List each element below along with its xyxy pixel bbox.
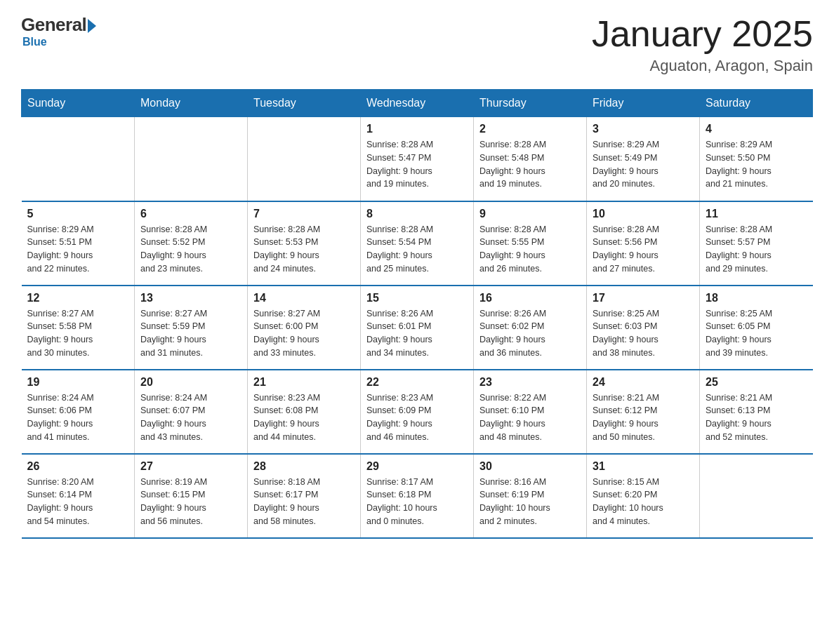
day-number: 28 — [253, 460, 355, 473]
calendar-cell: 22Sunrise: 8:23 AMSunset: 6:09 PMDayligh… — [361, 370, 474, 454]
calendar-cell: 31Sunrise: 8:15 AMSunset: 6:20 PMDayligh… — [587, 454, 700, 538]
calendar-cell: 12Sunrise: 8:27 AMSunset: 5:58 PMDayligh… — [22, 286, 135, 370]
calendar-table: SundayMondayTuesdayWednesdayThursdayFrid… — [21, 89, 813, 539]
day-info: Sunrise: 8:16 AMSunset: 6:19 PMDaylight:… — [479, 476, 581, 528]
week-row-5: 26Sunrise: 8:20 AMSunset: 6:14 PMDayligh… — [22, 454, 813, 538]
day-number: 27 — [140, 460, 241, 473]
calendar-cell — [22, 117, 135, 201]
logo-blue-text: Blue — [22, 36, 47, 48]
calendar-cell: 25Sunrise: 8:21 AMSunset: 6:13 PMDayligh… — [700, 370, 813, 454]
week-row-1: 1Sunrise: 8:28 AMSunset: 5:47 PMDaylight… — [22, 117, 813, 201]
title-section: January 2025 Aguaton, Aragon, Spain — [592, 14, 813, 75]
day-info: Sunrise: 8:18 AMSunset: 6:17 PMDaylight:… — [253, 476, 355, 528]
page-header: General Blue January 2025 Aguaton, Arago… — [21, 14, 813, 75]
day-number: 18 — [706, 292, 807, 304]
day-number: 13 — [140, 292, 241, 304]
calendar-cell: 14Sunrise: 8:27 AMSunset: 6:00 PMDayligh… — [248, 286, 361, 370]
day-info: Sunrise: 8:25 AMSunset: 6:03 PMDaylight:… — [593, 307, 694, 360]
day-info: Sunrise: 8:22 AMSunset: 6:10 PMDaylight:… — [479, 391, 581, 444]
logo: General Blue — [21, 14, 96, 48]
calendar-subtitle: Aguaton, Aragon, Spain — [592, 57, 813, 75]
calendar-cell: 6Sunrise: 8:28 AMSunset: 5:52 PMDaylight… — [135, 201, 248, 286]
calendar-title: January 2025 — [592, 14, 813, 54]
day-number: 4 — [706, 123, 807, 135]
day-info: Sunrise: 8:19 AMSunset: 6:15 PMDaylight:… — [140, 476, 241, 528]
day-info: Sunrise: 8:21 AMSunset: 6:13 PMDaylight:… — [706, 391, 807, 444]
day-info: Sunrise: 8:27 AMSunset: 5:59 PMDaylight:… — [140, 307, 241, 360]
calendar-cell — [135, 117, 248, 201]
day-number: 24 — [593, 376, 694, 389]
header-saturday: Saturday — [700, 90, 813, 117]
day-number: 14 — [253, 292, 355, 304]
day-number: 25 — [706, 376, 807, 389]
day-number: 3 — [593, 123, 694, 135]
day-info: Sunrise: 8:27 AMSunset: 5:58 PMDaylight:… — [27, 307, 129, 360]
calendar-cell — [248, 117, 361, 201]
header-friday: Friday — [587, 90, 700, 117]
header-row: SundayMondayTuesdayWednesdayThursdayFrid… — [22, 90, 813, 117]
calendar-cell: 5Sunrise: 8:29 AMSunset: 5:51 PMDaylight… — [22, 201, 135, 286]
day-info: Sunrise: 8:24 AMSunset: 6:06 PMDaylight:… — [27, 391, 129, 444]
calendar-cell: 4Sunrise: 8:29 AMSunset: 5:50 PMDaylight… — [700, 117, 813, 201]
day-number: 31 — [593, 460, 694, 473]
calendar-cell — [700, 454, 813, 538]
day-info: Sunrise: 8:29 AMSunset: 5:50 PMDaylight:… — [706, 138, 807, 191]
day-info: Sunrise: 8:28 AMSunset: 5:57 PMDaylight:… — [706, 223, 807, 276]
day-info: Sunrise: 8:25 AMSunset: 6:05 PMDaylight:… — [706, 307, 807, 360]
week-row-3: 12Sunrise: 8:27 AMSunset: 5:58 PMDayligh… — [22, 286, 813, 370]
calendar-cell: 24Sunrise: 8:21 AMSunset: 6:12 PMDayligh… — [587, 370, 700, 454]
day-info: Sunrise: 8:29 AMSunset: 5:49 PMDaylight:… — [593, 138, 694, 191]
calendar-cell: 30Sunrise: 8:16 AMSunset: 6:19 PMDayligh… — [474, 454, 587, 538]
header-monday: Monday — [135, 90, 248, 117]
calendar-cell: 2Sunrise: 8:28 AMSunset: 5:48 PMDaylight… — [474, 117, 587, 201]
day-info: Sunrise: 8:28 AMSunset: 5:55 PMDaylight:… — [479, 223, 581, 276]
week-row-4: 19Sunrise: 8:24 AMSunset: 6:06 PMDayligh… — [22, 370, 813, 454]
day-number: 6 — [140, 208, 241, 220]
day-info: Sunrise: 8:24 AMSunset: 6:07 PMDaylight:… — [140, 391, 241, 444]
day-number: 8 — [366, 208, 468, 220]
day-info: Sunrise: 8:15 AMSunset: 6:20 PMDaylight:… — [593, 476, 694, 528]
header-thursday: Thursday — [474, 90, 587, 117]
day-info: Sunrise: 8:27 AMSunset: 6:00 PMDaylight:… — [253, 307, 355, 360]
calendar-cell: 8Sunrise: 8:28 AMSunset: 5:54 PMDaylight… — [361, 201, 474, 286]
day-info: Sunrise: 8:26 AMSunset: 6:02 PMDaylight:… — [479, 307, 581, 360]
day-info: Sunrise: 8:23 AMSunset: 6:09 PMDaylight:… — [366, 391, 468, 444]
day-info: Sunrise: 8:20 AMSunset: 6:14 PMDaylight:… — [27, 476, 129, 528]
day-number: 21 — [253, 376, 355, 389]
day-number: 29 — [366, 460, 468, 473]
calendar-cell: 27Sunrise: 8:19 AMSunset: 6:15 PMDayligh… — [135, 454, 248, 538]
calendar-cell: 7Sunrise: 8:28 AMSunset: 5:53 PMDaylight… — [248, 201, 361, 286]
header-sunday: Sunday — [22, 90, 135, 117]
day-number: 30 — [479, 460, 581, 473]
day-info: Sunrise: 8:28 AMSunset: 5:52 PMDaylight:… — [140, 223, 241, 276]
calendar-cell: 28Sunrise: 8:18 AMSunset: 6:17 PMDayligh… — [248, 454, 361, 538]
day-number: 22 — [366, 376, 468, 389]
day-number: 9 — [479, 208, 581, 220]
day-number: 10 — [593, 208, 694, 220]
day-number: 5 — [27, 208, 129, 220]
day-number: 1 — [366, 123, 468, 135]
logo-arrow-icon — [88, 19, 96, 33]
calendar-header: SundayMondayTuesdayWednesdayThursdayFrid… — [22, 90, 813, 117]
day-number: 16 — [479, 292, 581, 304]
day-number: 19 — [27, 376, 129, 389]
calendar-cell: 16Sunrise: 8:26 AMSunset: 6:02 PMDayligh… — [474, 286, 587, 370]
calendar-cell: 26Sunrise: 8:20 AMSunset: 6:14 PMDayligh… — [22, 454, 135, 538]
calendar-cell: 29Sunrise: 8:17 AMSunset: 6:18 PMDayligh… — [361, 454, 474, 538]
day-number: 15 — [366, 292, 468, 304]
calendar-cell: 20Sunrise: 8:24 AMSunset: 6:07 PMDayligh… — [135, 370, 248, 454]
day-info: Sunrise: 8:28 AMSunset: 5:54 PMDaylight:… — [366, 223, 468, 276]
calendar-cell: 13Sunrise: 8:27 AMSunset: 5:59 PMDayligh… — [135, 286, 248, 370]
calendar-cell: 21Sunrise: 8:23 AMSunset: 6:08 PMDayligh… — [248, 370, 361, 454]
day-number: 23 — [479, 376, 581, 389]
day-info: Sunrise: 8:29 AMSunset: 5:51 PMDaylight:… — [27, 223, 129, 276]
day-info: Sunrise: 8:28 AMSunset: 5:47 PMDaylight:… — [366, 138, 468, 191]
calendar-cell: 17Sunrise: 8:25 AMSunset: 6:03 PMDayligh… — [587, 286, 700, 370]
day-info: Sunrise: 8:17 AMSunset: 6:18 PMDaylight:… — [366, 476, 468, 528]
day-number: 26 — [27, 460, 129, 473]
calendar-cell: 15Sunrise: 8:26 AMSunset: 6:01 PMDayligh… — [361, 286, 474, 370]
day-number: 2 — [479, 123, 581, 135]
calendar-cell: 3Sunrise: 8:29 AMSunset: 5:49 PMDaylight… — [587, 117, 700, 201]
calendar-cell: 9Sunrise: 8:28 AMSunset: 5:55 PMDaylight… — [474, 201, 587, 286]
day-number: 20 — [140, 376, 241, 389]
